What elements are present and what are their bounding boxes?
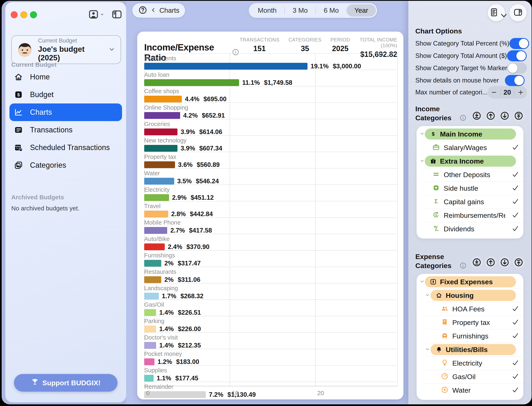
check-icon[interactable] — [511, 386, 519, 394]
chevron-down-icon[interactable] — [420, 158, 425, 164]
sidebar-item-home[interactable]: Home — [9, 68, 122, 86]
group-pill[interactable]: Fixed Expenses — [425, 276, 516, 287]
category-item-electricity[interactable]: Electricity — [417, 356, 523, 370]
help-icon[interactable] — [138, 5, 148, 16]
category-bar[interactable] — [144, 210, 168, 217]
right-panel-toggle-button[interactable] — [510, 4, 527, 21]
check-icon[interactable] — [511, 318, 519, 327]
category-bar[interactable] — [144, 129, 177, 135]
check-icon[interactable] — [511, 184, 519, 193]
chevron-down-icon[interactable] — [420, 279, 425, 285]
category-item-gas-oil[interactable]: Gas/Oil — [417, 370, 523, 384]
category-bar[interactable] — [144, 342, 156, 349]
check-icon[interactable] — [511, 332, 519, 340]
category-group-utilities-bills[interactable]: Utilities/Bills — [417, 343, 523, 356]
category-bar[interactable] — [144, 309, 156, 316]
support-budgix-button[interactable]: Support BUDGIX! — [14, 374, 118, 392]
chart-row-electricity[interactable]: Electricity2.9%$451.12 — [144, 185, 397, 201]
info-icon[interactable] — [459, 262, 467, 270]
check-icon[interactable] — [511, 170, 519, 179]
sidebar-item-budget[interactable]: $Budget — [9, 86, 122, 103]
category-bar[interactable] — [144, 63, 308, 70]
category-bar[interactable] — [144, 227, 167, 234]
period-tab-6-mo[interactable]: 6 Mo — [316, 4, 347, 17]
chart-row-furnishings[interactable]: Furnishings2%$317.47 — [144, 250, 397, 267]
budget-selector[interactable]: Current Budget Joe's budget (2025) — [11, 35, 121, 64]
chart-row-investments[interactable]: Investments19.1%$3,000.00 — [144, 53, 397, 70]
close-window-button[interactable] — [11, 11, 18, 18]
category-item-reimbursements-ref[interactable]: $Reimbursements/Ref... — [417, 209, 523, 222]
sidebar-item-categories[interactable]: Categories — [9, 156, 122, 174]
check-icon[interactable] — [511, 225, 519, 233]
chart-row-groceries[interactable]: Groceries3.9%$614.06 — [144, 119, 397, 135]
category-bar[interactable] — [144, 358, 155, 365]
category-bar[interactable] — [144, 194, 169, 201]
chart-row-gas-oil[interactable]: Gas/Oil1.4%$226.51 — [144, 299, 397, 316]
income-sort-arrow-down-button[interactable] — [499, 110, 511, 122]
group-pill[interactable]: Extra Income — [425, 156, 516, 167]
category-bar[interactable] — [144, 79, 239, 86]
zoom-window-button[interactable] — [30, 11, 37, 18]
group-pill[interactable]: Housing — [430, 290, 516, 301]
period-tab-month[interactable]: Month — [250, 4, 284, 17]
category-bar[interactable] — [144, 145, 177, 152]
category-bar[interactable] — [144, 293, 159, 299]
category-item-capital-gains[interactable]: ΣCapital gains — [417, 195, 523, 209]
minimize-window-button[interactable] — [20, 11, 27, 18]
chart-row-auto-loan[interactable]: Auto loan11.1%$1,749.58 — [144, 70, 397, 86]
increment-button[interactable] — [514, 89, 527, 96]
chart-row-coffee-shops[interactable]: Coffee shops4.4%$695.00 — [144, 86, 397, 102]
period-tab-year[interactable]: Year — [347, 4, 376, 17]
chart-row-parking[interactable]: Parking1.4%$226.00 — [144, 316, 397, 332]
category-bar[interactable] — [144, 375, 154, 382]
category-group-fixed-expenses[interactable]: Fixed Expenses — [417, 275, 523, 289]
group-pill[interactable]: Utilities/Bills — [430, 344, 516, 355]
toggle-show-category-target-marker[interactable] — [507, 63, 527, 74]
chart-type-menu-button[interactable] — [488, 4, 505, 21]
category-item-other-deposits[interactable]: Other Deposits — [417, 168, 523, 181]
chart-row-supplies[interactable]: Supplies1.1%$177.45 — [144, 365, 397, 382]
category-group-main-income[interactable]: $Main Income — [417, 127, 523, 141]
expense-sort-arrow-up-button[interactable] — [485, 256, 497, 268]
chevron-down-icon[interactable] — [420, 131, 425, 137]
chart-row-water[interactable]: Water3.5%$546.24 — [144, 168, 397, 185]
sidebar-item-transactions[interactable]: Transactions — [9, 121, 122, 139]
category-item-property-tax[interactable]: Property tax — [417, 316, 523, 329]
category-item-salary-wages[interactable]: Salary/Wages — [417, 141, 523, 154]
sidebar-item-charts[interactable]: Charts — [9, 103, 122, 121]
group-pill[interactable]: $Main Income — [425, 129, 516, 140]
info-icon[interactable] — [459, 114, 467, 122]
sidebar-item-scheduled-transactions[interactable]: Scheduled Transactions — [9, 139, 122, 156]
income-sort-arrow-up-button[interactable] — [485, 110, 497, 122]
sidebar-toggle-button[interactable] — [111, 9, 122, 21]
chart-row-online-shopping[interactable]: Online Shopping4.2%$652.91 — [144, 102, 397, 119]
income-sort-arrow-up-to-line-button[interactable] — [513, 110, 525, 122]
category-item-side-hustle[interactable]: Side hustle — [417, 181, 523, 195]
category-item-water[interactable]: Water — [417, 384, 523, 397]
category-item-hoa-fees[interactable]: HOA Fees — [417, 302, 523, 316]
period-tab-3-mo[interactable]: 3 Mo — [285, 4, 316, 17]
category-bar[interactable] — [144, 161, 175, 168]
check-icon[interactable] — [511, 359, 519, 367]
category-group-housing[interactable]: Housing — [417, 289, 523, 302]
check-icon[interactable] — [511, 304, 519, 313]
expense-sort-arrow-down-to-line-button[interactable] — [471, 256, 483, 268]
check-icon[interactable] — [511, 211, 519, 220]
category-bar[interactable] — [144, 96, 182, 102]
category-bar[interactable] — [144, 243, 165, 250]
toggle-show-category-total-amount[interactable] — [507, 50, 527, 61]
chart-row-mobile-phone[interactable]: Mobile Phone2.7%$417.58 — [144, 217, 397, 234]
category-bar[interactable] — [144, 326, 156, 332]
check-icon[interactable] — [511, 197, 519, 206]
chart-row-property-tax[interactable]: Property tax3.6%$560.89 — [144, 152, 397, 168]
chevron-down-icon[interactable] — [425, 347, 430, 353]
chart-row-travel[interactable]: Travel2.8%$442.84 — [144, 201, 397, 217]
chart-row-pocket-money[interactable]: Pocket money1.2%$183.00 — [144, 349, 397, 365]
expense-sort-arrow-up-to-line-button[interactable] — [513, 256, 525, 268]
account-menu-button[interactable] — [88, 9, 104, 21]
category-bar[interactable] — [144, 260, 161, 267]
chart-row-new-technology[interactable]: New technology3.9%$607.34 — [144, 135, 397, 152]
charts-back-button[interactable]: Charts — [132, 3, 185, 18]
chart-row-landscaping[interactable]: Landscaping1.7%$268.32 — [144, 283, 397, 299]
category-bar[interactable] — [144, 112, 180, 119]
